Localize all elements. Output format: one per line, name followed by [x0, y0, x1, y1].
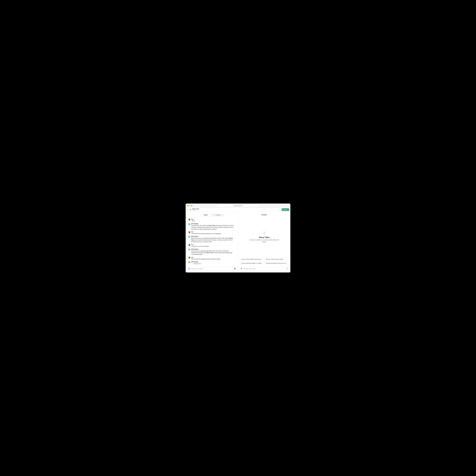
user-avatar-icon — [188, 231, 190, 233]
gpt-status: Draft — [192, 210, 199, 211]
message-builder: GPT BuilderPerfect, we'll focus on relax… — [188, 236, 234, 243]
message-author: GPT Builder — [191, 236, 234, 237]
message-author: GPT Builder — [191, 223, 234, 224]
user-avatar-icon — [188, 257, 190, 258]
tab-configure[interactable]: Configure — [212, 214, 224, 216]
message-text: I like it! — [191, 220, 234, 222]
suggestion-chip[interactable]: Can you create a bedtime story about a f… — [240, 258, 264, 261]
message-author: You — [191, 244, 234, 245]
gpt-avatar-icon — [188, 261, 190, 263]
gpt-avatar-icon — [188, 236, 190, 238]
message-author: You — [191, 231, 234, 233]
send-button[interactable] — [286, 267, 288, 270]
message-you: YouThey should be relaxing, adventurous,… — [188, 231, 234, 235]
product-name-mention: Starry Tales — [191, 238, 233, 241]
stop-button[interactable] — [234, 267, 236, 270]
message-text: They should be relaxing, adventurous, an… — [191, 233, 234, 235]
preview-attach-button[interactable] — [240, 268, 242, 270]
window-zoom-icon[interactable] — [191, 205, 192, 206]
window-close-icon[interactable] — [187, 205, 188, 206]
preview-gpt-avatar — [262, 230, 267, 235]
message-you: You I'd prefer for it to fill in the bla… — [188, 244, 234, 247]
preview-heading: Preview — [238, 211, 290, 216]
message-author: GPT Builder — [191, 261, 234, 263]
paperclip-icon — [188, 268, 190, 270]
preview-composer — [239, 267, 289, 271]
paperclip-icon — [240, 268, 242, 270]
message-builder: GPT BuilderGreat choice for sparking ima… — [188, 249, 234, 255]
message-builder: GPT BuilderUpdating GPT... — [188, 261, 234, 265]
chevron-left-icon — [187, 209, 188, 210]
user-avatar-icon — [188, 244, 190, 246]
message-text: Perfect, we'll focus on relaxing and ima… — [191, 237, 234, 243]
chevron-down-icon — [287, 209, 288, 210]
message-text: I'd prefer for it to fill in the blanks — [191, 246, 234, 247]
message-author: GPT Builder — [191, 249, 234, 250]
builder-composer — [187, 267, 237, 271]
preview-pane: Preview Starry Tales Creative storytelle… — [238, 211, 290, 272]
message-author: You — [191, 256, 234, 258]
message-text: Well it should be captivating without be… — [191, 258, 234, 260]
more-horizontal-icon — [279, 209, 280, 210]
address-bar[interactable]: chat.openai.com — [218, 204, 258, 207]
storybook-icon — [190, 209, 191, 210]
page-header: Starry Tales Draft Publish — [186, 208, 290, 211]
suggestion-chip[interactable]: I'd like a story with a dragon in it, pl… — [240, 262, 264, 265]
suggestion-chips: Can you create a bedtime story about a f… — [238, 258, 290, 266]
titlebar: chat.openai.com — [186, 204, 290, 208]
svg-point-2 — [279, 209, 280, 210]
suggestion-chip[interactable]: Tell me a surprise story for tonight. — [265, 258, 289, 261]
product-name-mention: Starry Tales — [206, 252, 213, 253]
svg-point-7 — [265, 232, 265, 232]
svg-point-0 — [191, 209, 191, 209]
tabs: Create Configure — [199, 214, 224, 216]
window-minimize-icon[interactable] — [189, 205, 190, 206]
preview-input[interactable] — [243, 268, 285, 270]
updating-status: Updating GPT... — [191, 263, 234, 265]
user-avatar-icon — [188, 219, 190, 221]
gpt-name: Starry Tales — [192, 208, 199, 210]
message-you: YouWell it should be captivating without… — [188, 256, 234, 260]
gpt-avatar-icon — [188, 223, 190, 225]
create-pane: Create Configure YouI like it!GPT Builde… — [186, 211, 238, 272]
message-you: YouI like it! — [188, 219, 234, 222]
tab-create[interactable]: Create — [199, 214, 212, 216]
chat-thread: YouI like it!GPT BuilderFantastic! Now, … — [186, 217, 238, 266]
product-name-mention: Starry Tales — [208, 225, 215, 226]
stop-icon — [234, 268, 236, 270]
attach-button[interactable] — [188, 268, 190, 270]
message-builder: GPT BuilderFantastic! Now, let's refine … — [188, 223, 234, 230]
gpt-avatar-small — [189, 209, 191, 211]
svg-rect-5 — [235, 269, 235, 269]
back-button[interactable] — [187, 209, 189, 211]
builder-input[interactable] — [191, 268, 233, 270]
message-text: Great choice for sparking imagination! N… — [191, 250, 234, 255]
more-button[interactable] — [278, 208, 281, 211]
spinner-icon — [191, 263, 193, 265]
preview-gpt-name: Starry Tales — [259, 236, 270, 238]
preview-gpt-desc: Creative storyteller for soothing bedtim… — [249, 239, 280, 243]
address-bar-url: chat.openai.com — [234, 205, 242, 206]
traffic-lights — [187, 205, 192, 206]
suggestion-chip[interactable]: Generate an image for a story set in spa… — [265, 262, 289, 265]
message-author: You — [191, 219, 234, 220]
app-window: chat.openai.com Starry Tales Draft — [186, 204, 290, 272]
updating-label: Updating GPT... — [194, 263, 202, 264]
gpt-avatar-icon — [188, 249, 190, 251]
storybook-moon-icon — [263, 231, 266, 234]
arrow-up-icon — [287, 268, 288, 270]
message-text: Fantastic! Now, let's refine how Starry … — [191, 225, 234, 230]
publish-button[interactable]: Publish — [282, 208, 289, 211]
publish-label: Publish — [283, 209, 287, 210]
